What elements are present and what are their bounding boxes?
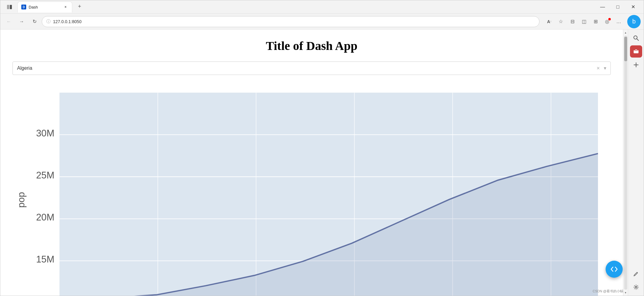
country-dropdown[interactable]: Algeria xyxy=(12,62,611,75)
new-tab-button[interactable]: + xyxy=(75,2,84,12)
sidebar-settings-icon[interactable] xyxy=(630,281,642,293)
toolbar-icons: A↑ ☆ ⊟ ◫ ⊞ ◎ … xyxy=(544,16,624,27)
y-tick-label: 25M xyxy=(36,170,54,181)
y-tick-label: 30M xyxy=(36,128,54,139)
browser-tab[interactable]: D Dash × xyxy=(17,2,72,12)
svg-rect-5 xyxy=(635,49,637,51)
svg-rect-1 xyxy=(10,5,12,9)
browser-window: D Dash × + — □ ✕ ← → ↻ ⓘ 127.0.0.1:8050 … xyxy=(0,0,644,296)
url-bar[interactable]: ⓘ 127.0.0.1:8050 xyxy=(42,16,539,27)
dropdown-clear-button[interactable]: × xyxy=(596,65,600,72)
minimize-button[interactable]: — xyxy=(596,2,610,12)
more-menu-button[interactable]: … xyxy=(613,16,624,27)
svg-point-8 xyxy=(635,286,637,288)
scroll-thumb[interactable] xyxy=(624,37,627,61)
read-aloud-icon[interactable]: A↑ xyxy=(544,16,555,27)
split-view-icon[interactable]: ⊟ xyxy=(567,16,578,27)
info-icon: ⓘ xyxy=(46,19,51,24)
collections-icon[interactable]: ◫ xyxy=(578,16,589,27)
dropdown-selected-value: Algeria xyxy=(17,65,598,71)
extensions-icon[interactable]: ◎ xyxy=(602,16,613,27)
y-tick-label: 15M xyxy=(36,254,54,265)
main-content: Title of Dash App Algeria × ▼ xyxy=(0,30,623,296)
population-chart: 30M 25M 20M 15M 10M pop 1960 1970 1980 1… xyxy=(12,84,611,296)
sidebar-plus-icon[interactable] xyxy=(630,59,642,71)
app-content: Title of Dash App Algeria × ▼ xyxy=(0,30,623,296)
scroll-up-button[interactable]: ▲ xyxy=(624,30,628,35)
code-toggle-button[interactable] xyxy=(606,261,623,278)
dropdown-arrow-icon: ▼ xyxy=(603,66,607,71)
tab-close-button[interactable]: × xyxy=(63,4,68,10)
scroll-track[interactable] xyxy=(624,36,627,290)
sidebar-edit-icon[interactable] xyxy=(630,268,642,280)
window-controls: — □ ✕ xyxy=(596,2,640,12)
refresh-button[interactable]: ↻ xyxy=(29,16,40,27)
sidebar-bottom-icons xyxy=(630,268,642,293)
tab-favicon: D xyxy=(21,5,26,9)
y-axis-label: pop xyxy=(16,192,27,208)
close-button[interactable]: ✕ xyxy=(626,2,640,12)
dropdown-container[interactable]: Algeria × ▼ xyxy=(12,62,611,75)
title-bar: D Dash × + — □ ✕ xyxy=(0,0,644,14)
bing-button[interactable]: b xyxy=(627,15,641,28)
svg-rect-0 xyxy=(7,5,9,9)
y-tick-label: 20M xyxy=(36,212,54,223)
scroll-down-button[interactable]: ▼ xyxy=(624,290,628,295)
url-text: 127.0.0.1:8050 xyxy=(53,19,535,24)
code-icon xyxy=(610,266,618,273)
sidebar-search-icon[interactable] xyxy=(630,32,642,44)
forward-button[interactable]: → xyxy=(16,16,27,27)
address-bar: ← → ↻ ⓘ 127.0.0.1:8050 A↑ ☆ ⊟ ◫ ⊞ ◎ … b xyxy=(0,14,644,30)
browser-body: Title of Dash App Algeria × ▼ xyxy=(0,30,644,296)
favorites-icon[interactable]: ☆ xyxy=(555,16,566,27)
back-button[interactable]: ← xyxy=(3,16,14,27)
svg-line-3 xyxy=(637,39,639,41)
sidebar-toggle-button[interactable] xyxy=(4,2,15,12)
watermark-text: CSDN @看书的小蜗 xyxy=(593,289,623,294)
scrollbar: ▲ ▼ xyxy=(623,30,628,296)
right-sidebar xyxy=(628,30,644,296)
maximize-button[interactable]: □ xyxy=(611,2,625,12)
chart-container: 30M 25M 20M 15M 10M pop 1960 1970 1980 1… xyxy=(12,84,611,296)
sidebar-toolbox-icon[interactable] xyxy=(630,45,642,58)
app-title: Title of Dash App xyxy=(12,39,611,53)
wallet-icon[interactable]: ⊞ xyxy=(590,16,601,27)
tab-label: Dash xyxy=(29,5,60,9)
